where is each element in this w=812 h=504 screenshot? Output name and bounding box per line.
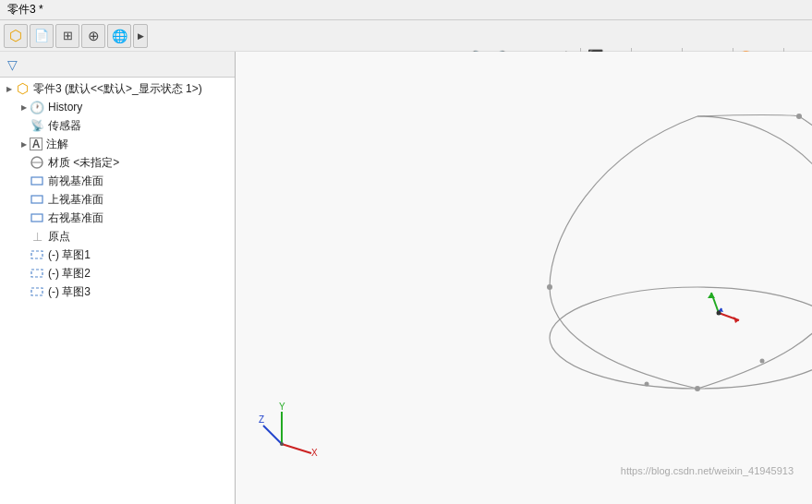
svg-rect-3 (31, 196, 42, 203)
tree-item-sketch3[interactable]: (-) 草图3 (0, 282, 235, 301)
title-text: 零件3 * (7, 2, 43, 18)
history-label: History (48, 101, 82, 114)
svg-text:X: X (311, 448, 318, 458)
root-part-icon: ⬡ (15, 81, 30, 96)
front-plane-arrow (18, 175, 30, 186)
sketch2-label: (-) 草图2 (48, 266, 91, 282)
arrow-next-button[interactable]: ▶ (133, 24, 148, 48)
tree-area[interactable]: ▶ ⬡ 零件3 (默认<<默认>_显示状态 1>) ▶ 🕐 History 📡 … (0, 78, 235, 504)
right-plane-arrow (18, 212, 30, 223)
doc-button[interactable]: 📄 (30, 24, 54, 48)
svg-marker-16 (733, 317, 739, 323)
tree-item-right-plane[interactable]: 右视基准面 (0, 209, 235, 227)
top-plane-arrow (18, 194, 30, 205)
svg-rect-4 (31, 214, 42, 222)
top-plane-label: 上视基准面 (48, 192, 103, 208)
svg-rect-2 (31, 177, 42, 185)
right-plane-label: 右视基准面 (48, 210, 103, 226)
sketch1-arrow (18, 249, 30, 260)
right-plane-icon (30, 210, 44, 225)
sketch2-arrow (18, 268, 30, 279)
svg-point-13 (760, 359, 765, 364)
tree-item-front-plane[interactable]: 前视基准面 (0, 172, 235, 190)
globe-button[interactable]: 🌐 (107, 24, 131, 48)
svg-line-26 (282, 444, 311, 453)
svg-point-10 (547, 284, 552, 290)
sketch-canvas (236, 52, 812, 504)
left-panel: ▽ ▶ ⬡ 零件3 (默认<<默认>_显示状态 1>) ▶ 🕐 History … (0, 52, 236, 504)
coord-axes: Z Y X (254, 402, 309, 458)
sketch3-label: (-) 草图3 (48, 284, 91, 300)
sensor-arrow (18, 120, 30, 131)
config-icon: ⊞ (63, 29, 73, 42)
crosshair-button[interactable]: ⊕ (81, 24, 105, 48)
svg-point-28 (280, 442, 284, 446)
part-icon: ⬡ (9, 27, 22, 44)
tree-item-root[interactable]: ▶ ⬡ 零件3 (默认<<默认>_显示状态 1>) (0, 79, 235, 98)
svg-text:Y: Y (279, 402, 285, 412)
svg-rect-7 (31, 288, 42, 295)
sketch1-label: (-) 草图1 (48, 247, 91, 263)
sketch3-arrow (18, 286, 30, 297)
config-button[interactable]: ⊞ (55, 24, 79, 48)
svg-marker-18 (708, 293, 715, 298)
sketch2-icon (30, 266, 44, 281)
svg-point-12 (695, 386, 700, 391)
part-button[interactable]: ⬡ (4, 24, 28, 48)
globe-icon: 🌐 (112, 29, 127, 43)
svg-rect-6 (31, 270, 42, 277)
sketch1-icon (30, 247, 44, 262)
tree-item-sensor[interactable]: 📡 传感器 (0, 116, 235, 135)
material-icon (30, 155, 44, 170)
svg-line-22 (263, 426, 282, 444)
history-icon: 🕐 (30, 100, 44, 114)
material-arrow (18, 157, 30, 168)
title-bar: 零件3 * (0, 0, 812, 20)
sensor-label: 传感器 (48, 118, 81, 134)
tree-item-annotation[interactable]: ▶ A 注解 (0, 135, 235, 153)
tree-item-top-plane[interactable]: 上视基准面 (0, 190, 235, 209)
front-plane-label: 前视基准面 (48, 174, 103, 189)
crosshair-icon: ⊕ (88, 28, 100, 44)
sensor-icon: 📡 (30, 118, 44, 133)
annotation-arrow: ▶ (18, 138, 30, 150)
tree-item-origin[interactable]: ⊥ 原点 (0, 227, 235, 246)
main-content: ▽ ▶ ⬡ 零件3 (默认<<默认>_显示状态 1>) ▶ 🕐 History … (0, 52, 812, 504)
viewport[interactable]: Z Y X https://blog.csdn.net/weixin_41945… (236, 52, 812, 504)
annotation-icon: A (30, 138, 42, 150)
svg-text:Z: Z (259, 414, 264, 425)
tree-item-material[interactable]: 材质 <未指定> (0, 153, 235, 172)
material-label: 材质 <未指定> (48, 155, 119, 171)
tree-item-sketch2[interactable]: (-) 草图2 (0, 264, 235, 282)
front-plane-icon (30, 174, 44, 188)
svg-point-8 (550, 287, 812, 389)
watermark: https://blog.csdn.net/weixin_41945913 (621, 465, 794, 476)
root-label: 零件3 (默认<<默认>_显示状态 1>) (33, 81, 202, 97)
origin-arrow (18, 231, 30, 242)
toolbar-row: ⬡ 📄 ⊞ ⊕ 🌐 ▶ 🔍 🔎 ◻ ▣ ✥ (0, 20, 812, 52)
watermark-text: https://blog.csdn.net/weixin_41945913 (621, 465, 794, 476)
filter-funnel-icon: ▽ (4, 57, 21, 72)
doc-icon: 📄 (34, 29, 49, 42)
top-plane-icon (30, 192, 44, 207)
svg-point-21 (717, 311, 721, 316)
tree-item-history[interactable]: ▶ 🕐 History (0, 98, 235, 116)
history-arrow: ▶ (18, 102, 30, 113)
svg-point-14 (645, 382, 649, 387)
root-arrow: ▶ (4, 83, 15, 94)
annotation-label: 注解 (46, 137, 68, 152)
tree-item-sketch1[interactable]: (-) 草图1 (0, 246, 235, 264)
svg-rect-5 (31, 251, 42, 258)
sketch3-icon (30, 284, 44, 299)
origin-icon: ⊥ (30, 229, 44, 244)
arrow-next-icon: ▶ (138, 31, 144, 41)
origin-label: 原点 (48, 229, 70, 245)
left-panel-toolbar: ▽ (0, 52, 235, 78)
